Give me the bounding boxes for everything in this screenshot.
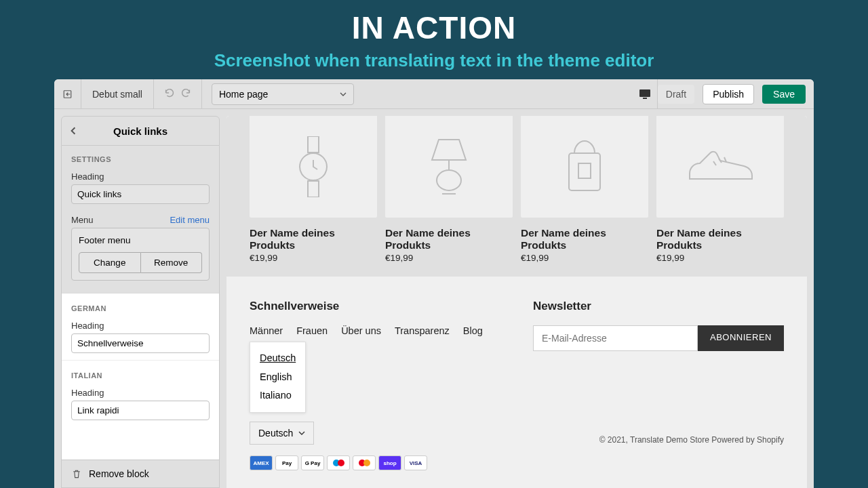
maestro-icon <box>327 455 350 470</box>
product-price: €19,99 <box>656 253 784 263</box>
product-card[interactable]: Der Name deines Produkts €19,99 <box>521 116 648 263</box>
footer-link[interactable]: Frauen <box>296 325 328 336</box>
menu-field-label: Menu <box>71 215 94 225</box>
italian-section-label: ITALIAN <box>62 360 219 384</box>
svg-rect-3 <box>308 136 319 152</box>
translation-zone: GERMAN Heading ITALIAN Heading <box>62 293 219 460</box>
theme-name: Debut small <box>81 79 154 109</box>
product-card[interactable]: Der Name deines Produkts €19,99 <box>250 116 377 263</box>
app-window: Debut small Home page Draft Publish Save <box>54 79 814 488</box>
italian-heading-label: Heading <box>71 388 210 398</box>
product-price: €19,99 <box>250 253 377 263</box>
settings-sidebar: Quick links SETTINGS Heading Menu Edit m… <box>61 116 220 488</box>
svg-point-6 <box>437 170 461 190</box>
newsletter-heading: Newsletter <box>533 300 784 313</box>
store-footer: Schnellverweise Männer Frauen Über uns T… <box>226 277 807 488</box>
heading-input[interactable] <box>71 184 210 204</box>
language-popup: Deutsch English Italiano <box>250 342 306 413</box>
preview-pane: Der Name deines Produkts €19,99 Der Name… <box>226 116 807 488</box>
language-option[interactable]: Italiano <box>260 386 296 405</box>
exit-button[interactable] <box>54 79 81 109</box>
chevron-down-icon <box>298 430 305 436</box>
shoe-icon <box>686 146 754 187</box>
redo-icon <box>180 87 192 99</box>
top-toolbar: Debut small Home page Draft Publish Save <box>54 79 814 109</box>
subscribe-button[interactable]: ABONNIEREN <box>698 325 784 351</box>
chevron-left-icon <box>69 127 77 135</box>
footer-link[interactable]: Transparenz <box>395 325 450 336</box>
product-name: Der Name deines Produkts <box>656 227 784 251</box>
draft-pill[interactable]: Draft <box>658 85 694 104</box>
menu-name: Footer menu <box>79 235 202 245</box>
payment-cards: AMEX Pay G Pay shop VISA <box>250 455 784 470</box>
chevron-down-icon <box>340 91 347 98</box>
sidebar-title: Quick links <box>85 125 219 137</box>
lamp-icon <box>425 136 473 197</box>
product-price: €19,99 <box>385 253 513 263</box>
visa-icon: VISA <box>404 455 427 470</box>
german-heading-label: Heading <box>71 321 210 331</box>
footer-link[interactable]: Über uns <box>341 325 381 336</box>
edit-menu-link[interactable]: Edit menu <box>170 215 210 225</box>
undo-button[interactable] <box>163 87 176 101</box>
trash-icon <box>71 468 82 479</box>
watch-icon <box>293 136 334 197</box>
product-name: Der Name deines Produkts <box>521 227 648 251</box>
save-button[interactable]: Save <box>762 85 806 104</box>
hero-subtitle: Screenshot when translating text in the … <box>0 50 868 71</box>
footer-link[interactable]: Blog <box>463 325 483 336</box>
redo-button[interactable] <box>180 87 192 101</box>
german-section-label: GERMAN <box>62 293 219 317</box>
apple-pay-icon: Pay <box>275 455 298 470</box>
language-option[interactable]: English <box>260 368 296 387</box>
remove-block-label: Remove block <box>89 468 149 479</box>
shop-pay-icon: shop <box>378 455 401 470</box>
footer-link[interactable]: Männer <box>250 325 283 336</box>
menu-selector: Footer menu Change Remove <box>71 228 210 281</box>
remove-block-button[interactable]: Remove block <box>62 460 219 487</box>
italian-heading-input[interactable] <box>71 401 210 420</box>
settings-section-label: SETTINGS <box>62 146 219 167</box>
product-grid: Der Name deines Produkts €19,99 Der Name… <box>226 116 807 277</box>
copyright-text: © 2021, Translate Demo Store Powered by … <box>599 435 784 445</box>
footer-links: Männer Frauen Über uns Transparenz Blog <box>250 325 483 336</box>
svg-rect-2 <box>643 98 647 99</box>
desktop-icon <box>638 87 652 101</box>
email-input[interactable] <box>533 325 698 351</box>
amex-card-icon: AMEX <box>250 455 273 470</box>
viewport-desktop-button[interactable] <box>638 79 658 109</box>
language-selected-label: Deutsch <box>258 428 293 439</box>
change-menu-button[interactable]: Change <box>79 252 141 273</box>
page-select-label: Home page <box>219 89 268 100</box>
language-option[interactable]: Deutsch <box>260 349 296 368</box>
svg-rect-7 <box>569 153 600 190</box>
exit-icon <box>62 88 73 100</box>
language-select[interactable]: Deutsch <box>250 422 314 445</box>
product-name: Der Name deines Produkts <box>250 227 377 251</box>
heading-field-label: Heading <box>71 171 210 182</box>
mastercard-icon <box>353 455 376 470</box>
undo-icon <box>163 87 176 99</box>
german-heading-input[interactable] <box>71 333 210 353</box>
svg-rect-5 <box>308 181 319 197</box>
svg-rect-8 <box>578 163 591 178</box>
product-price: €19,99 <box>521 253 648 263</box>
svg-rect-1 <box>639 89 650 97</box>
hero-title: IN ACTION <box>0 9 868 46</box>
back-button[interactable] <box>62 127 85 135</box>
product-card[interactable]: Der Name deines Produkts €19,99 <box>656 116 784 263</box>
google-pay-icon: G Pay <box>301 455 324 470</box>
bag-icon <box>561 136 608 197</box>
publish-button[interactable]: Publish <box>703 84 754 104</box>
remove-menu-button[interactable]: Remove <box>141 252 203 273</box>
quicklinks-heading: Schnellverweise <box>250 300 483 313</box>
product-name: Der Name deines Produkts <box>385 227 513 251</box>
product-card[interactable]: Der Name deines Produkts €19,99 <box>385 116 513 263</box>
page-select[interactable]: Home page <box>212 83 354 105</box>
